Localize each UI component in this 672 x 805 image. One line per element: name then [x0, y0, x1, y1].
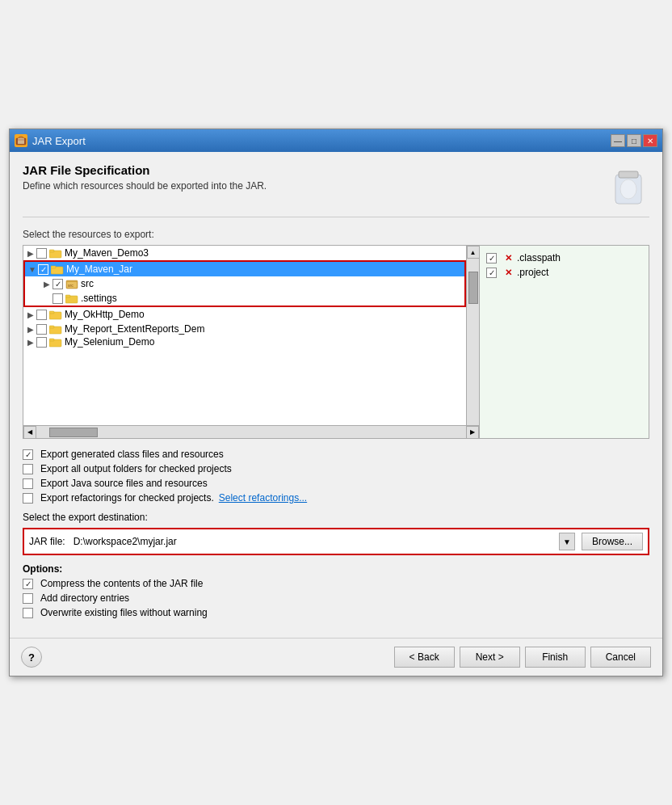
expand-arrow-selenium[interactable]: ▶ [25, 338, 36, 347]
checkbox-compress3[interactable] [23, 608, 33, 618]
tree-label-maven3: My_Maven_Demo3 [65, 247, 149, 259]
compress-label-3: Overwrite existing files without warning [40, 607, 208, 618]
folder-icon-report [49, 324, 62, 335]
svg-rect-18 [49, 311, 54, 314]
compress-row-1: Compress the contents of the JAR file [23, 578, 649, 589]
resources-container: ▶ My_Maven_Demo3 ▼ [23, 245, 649, 439]
jar-file-input[interactable] [72, 534, 559, 549]
checkbox-maven3[interactable] [36, 248, 47, 259]
jar-file-input-container: ▼ [72, 533, 575, 550]
minimize-button[interactable]: — [611, 134, 625, 147]
compress-row-2: Add directory entries [23, 592, 649, 604]
right-panel-item-classpath[interactable]: ✕ .classpath [485, 251, 644, 265]
option-row-4: Export refactorings for checked projects… [23, 492, 649, 504]
checkbox-selenium[interactable] [36, 337, 47, 348]
checkbox-src[interactable] [52, 279, 63, 289]
next-button[interactable]: Next > [460, 647, 520, 668]
folder-icon-okhttp [49, 310, 62, 320]
tree-item-maven3[interactable]: ▶ My_Maven_Demo3 [23, 246, 466, 260]
checkbox-settings[interactable] [52, 293, 63, 304]
folder-icon-maven3 [49, 248, 62, 259]
tree-item-settings[interactable]: .settings [25, 291, 464, 306]
label-classpath: .classpath [517, 252, 561, 263]
tree-label-mavenjar: My_Maven_Jar [66, 263, 132, 275]
footer: ? < Back Next > Finish Cancel [10, 638, 662, 676]
checkbox-opt2[interactable] [23, 464, 33, 474]
tree-item-okhttp[interactable]: ▶ My_OkHttp_Demo [23, 307, 466, 322]
scroll-up[interactable]: ▲ [467, 246, 480, 259]
dialog-description: Define which resources should be exporte… [23, 180, 267, 192]
cancel-button[interactable]: Cancel [590, 647, 651, 668]
tree-item-selenium[interactable]: ▶ My_Selenium_Demo [23, 336, 466, 348]
header-section: JAR File Specification Define which reso… [23, 163, 649, 217]
compress-label: Options: [23, 563, 649, 575]
destination-row: JAR file: ▼ Browse... [23, 528, 649, 555]
option-label-1: Export generated class files and resourc… [40, 449, 224, 460]
header-text: JAR File Specification Define which reso… [23, 163, 267, 192]
src-icon: src [65, 279, 78, 289]
svg-rect-9 [49, 250, 54, 252]
option-label-3: Export Java source files and resources [40, 478, 208, 489]
folder-icon-settings [65, 293, 78, 304]
horizontal-scrollbar[interactable]: ◀ ▶ [23, 425, 479, 438]
right-panel-item-project[interactable]: ✕ .project [485, 265, 644, 280]
jar-export-window: JAR Export — □ ✕ JAR File Specification … [9, 129, 663, 676]
destination-section: Select the export destination: JAR file:… [23, 512, 649, 555]
jar-file-label: JAR file: [29, 536, 65, 547]
expand-arrow-report[interactable]: ▶ [25, 325, 36, 334]
tree-item-report[interactable]: ▶ My_Report_ExtentReports_Dem [23, 322, 466, 336]
option-row-1: Export generated class files and resourc… [23, 449, 649, 460]
checkbox-opt4[interactable] [23, 493, 33, 504]
checkbox-opt3[interactable] [23, 478, 33, 489]
dialog-title: JAR File Specification [23, 163, 267, 177]
tree-item-src[interactable]: ▶ src src [25, 276, 464, 291]
right-panel: ✕ .classpath ✕ .project [480, 245, 649, 439]
tree-label-report: My_Report_ExtentReports_Dem [65, 323, 204, 335]
select-refactorings-link[interactable]: Select refactorings... [219, 492, 307, 504]
svg-rect-11 [51, 266, 56, 268]
h-scroll-left[interactable]: ◀ [23, 426, 36, 439]
checkbox-project[interactable] [486, 268, 497, 278]
back-button[interactable]: < Back [394, 647, 455, 668]
tree-label-selenium: My_Selenium_Demo [65, 336, 154, 348]
svg-rect-6 [619, 171, 638, 178]
checkbox-mavenjar[interactable] [38, 264, 48, 275]
checkbox-opt1[interactable] [23, 449, 33, 460]
browse-button[interactable]: Browse... [582, 533, 643, 550]
h-scroll-thumb[interactable] [49, 428, 98, 437]
window-controls: — □ ✕ [611, 134, 657, 147]
checkbox-classpath[interactable] [486, 253, 497, 263]
jar-file-dropdown[interactable]: ▼ [559, 533, 575, 550]
finish-button[interactable]: Finish [525, 647, 586, 668]
checkbox-okhttp[interactable] [36, 310, 47, 320]
x-icon-project: ✕ [502, 267, 514, 278]
selected-group: ▼ My_Maven_Jar ▶ [23, 260, 466, 307]
expand-arrow[interactable]: ▶ [25, 249, 36, 258]
checkbox-report[interactable] [36, 324, 47, 335]
window-title: JAR Export [32, 135, 86, 147]
scroll-thumb[interactable] [468, 272, 478, 304]
checkbox-compress2[interactable] [23, 593, 33, 604]
svg-rect-16 [65, 295, 70, 297]
expand-arrow-src[interactable]: ▶ [41, 280, 52, 289]
vertical-scrollbar[interactable]: ▲ [466, 246, 479, 425]
h-scroll-right[interactable]: ▶ [466, 426, 479, 439]
option-label-4: Export refactorings for checked projects… [40, 492, 214, 504]
svg-rect-22 [49, 339, 54, 341]
expand-arrow-mavenjar[interactable]: ▼ [27, 265, 38, 274]
x-icon-classpath: ✕ [502, 252, 514, 263]
checkbox-compress1[interactable] [23, 579, 33, 589]
expand-arrow-okhttp[interactable]: ▶ [25, 310, 36, 319]
close-button[interactable]: ✕ [643, 134, 657, 147]
destination-label: Select the export destination: [23, 512, 649, 523]
maximize-button[interactable]: □ [627, 134, 641, 147]
tree-item-mavenjar[interactable]: ▼ My_Maven_Jar [25, 262, 464, 276]
label-project: .project [517, 267, 548, 278]
svg-text:src: src [68, 283, 74, 288]
tree-label-src: src [81, 278, 94, 289]
svg-rect-20 [49, 326, 54, 328]
title-bar: JAR Export — □ ✕ [10, 129, 662, 152]
help-button[interactable]: ? [21, 647, 42, 668]
compress-label-2: Add directory entries [40, 592, 129, 604]
compress-row-3: Overwrite existing files without warning [23, 607, 649, 618]
